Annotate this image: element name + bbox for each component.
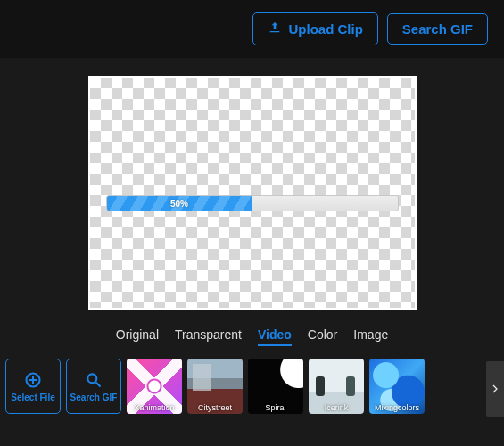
tab-color[interactable]: Color [308,327,337,346]
canvas-area: 50% [0,58,504,317]
background-source-tabs: Original Transparent Video Color Image [0,317,504,355]
thumbnail-label: Citystreet [187,402,243,414]
select-file-label: Select File [11,392,54,402]
plus-circle-icon [24,371,42,389]
search-gif-tile-button[interactable]: Search GIF [66,359,121,414]
tab-original[interactable]: Original [116,327,159,346]
thumbnail-label: Icerink [309,402,364,414]
tab-image[interactable]: Image [353,327,388,346]
chevron-right-icon [490,380,500,398]
search-gif-top-button[interactable]: Search GIF [387,13,488,45]
search-gif-top-label: Search GIF [402,21,473,37]
thumbnail-spiral[interactable]: Spiral [248,359,303,414]
progress-fill: 50% [107,196,252,211]
upload-clip-label: Upload Clip [288,21,362,37]
svg-point-3 [87,374,96,383]
thumbnail-label: Spiral [248,402,303,414]
thumbnail-row: Select File Search GIF Xanimation Cityst… [0,355,504,423]
thumbnail-label: Mixingcolors [369,402,425,414]
progress-label: 50% [170,199,188,209]
svg-line-4 [96,382,101,386]
thumbnail-citystreet[interactable]: Citystreet [187,359,243,414]
search-icon [85,371,103,389]
progress-bar: 50% [106,195,399,211]
thumbnails-next-button[interactable] [486,361,504,417]
search-gif-tile-label: Search GIF [70,392,118,402]
thumbnail-label: Xanimation [127,402,182,414]
thumbnail-mixingcolors[interactable]: Mixingcolors [369,359,425,414]
tab-transparent[interactable]: Transparent [175,327,242,346]
preview-canvas[interactable]: 50% [88,76,417,310]
thumbnail-xanimation[interactable]: Xanimation [127,359,182,414]
upload-clip-button[interactable]: Upload Clip [252,12,377,45]
top-toolbar: Upload Clip Search GIF [0,0,504,58]
thumbnail-icerink[interactable]: Icerink [309,359,364,414]
upload-icon [268,21,282,37]
select-file-button[interactable]: Select File [5,359,61,414]
tab-video[interactable]: Video [258,327,292,346]
